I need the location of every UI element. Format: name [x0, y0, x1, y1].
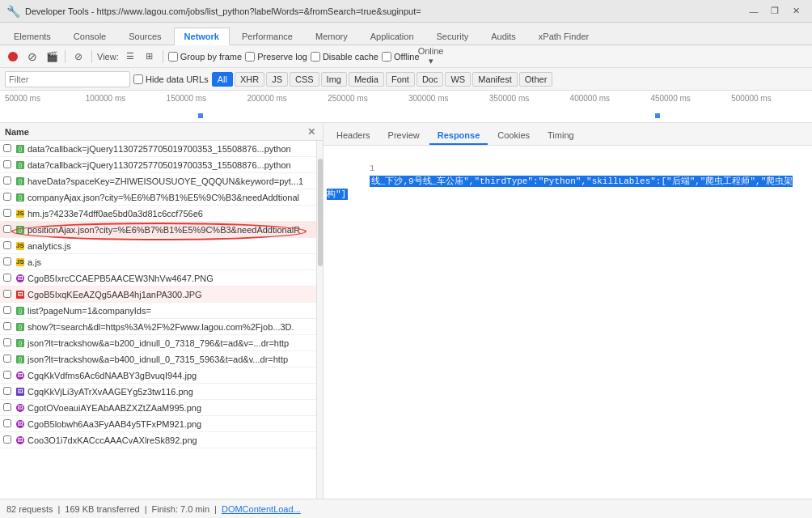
tab-cookies[interactable]: Cookies: [489, 127, 538, 145]
item-check[interactable]: [3, 419, 11, 427]
right-tabs: Headers Preview Response Cookies Timing: [324, 123, 812, 146]
scrollbar-track[interactable]: [316, 141, 323, 499]
list-item[interactable]: {} companyAjax.json?city=%E6%B7%B1%E5%9C…: [0, 189, 323, 206]
view-list-btn[interactable]: ☰: [122, 49, 138, 65]
list-item[interactable]: 🖼 CgotOVoeauiAYEAbAABZXZtZAaM995.png: [0, 400, 323, 416]
preserve-log-label[interactable]: Preserve log: [245, 52, 307, 62]
tab-timing[interactable]: Timing: [539, 127, 582, 145]
list-item-highlighted[interactable]: {} positionAjax.json?city=%E6%B7%B1%E5%9…: [0, 222, 323, 238]
offline-checkbox[interactable]: [382, 52, 391, 62]
preserve-log-checkbox[interactable]: [245, 52, 255, 62]
tab-headers[interactable]: Headers: [328, 127, 379, 145]
filter-img[interactable]: Img: [321, 72, 347, 87]
restore-button[interactable]: ❐: [765, 3, 785, 19]
list-item[interactable]: 🖼 CgoB5IxqKEeAZQg5AAB4hj1anPA300.JPG: [0, 287, 323, 303]
item-checkbox: [3, 274, 15, 283]
list-item[interactable]: 🖼 CgqKkVjLi3yATrXvAAGEYg5z3tw116.png: [0, 384, 323, 400]
online-dropdown[interactable]: Online ▾: [423, 49, 439, 65]
list-item[interactable]: {} list?pageNum=1&companyIds=: [0, 303, 323, 319]
group-by-frame-checkbox[interactable]: [168, 52, 178, 62]
view-group-btn[interactable]: ⊞: [142, 49, 158, 65]
filter-manifest[interactable]: Manifest: [472, 72, 518, 87]
tab-memory[interactable]: Memory: [305, 28, 358, 45]
timeline-label-3: 150000 ms: [167, 94, 247, 103]
item-check[interactable]: [3, 387, 11, 395]
item-check[interactable]: [3, 160, 11, 168]
tab-application[interactable]: Application: [360, 28, 425, 45]
item-check[interactable]: [3, 371, 11, 379]
item-check[interactable]: [3, 290, 11, 298]
record-button[interactable]: [5, 49, 21, 65]
separator-3: |: [214, 504, 217, 514]
list-item[interactable]: {} show?t=search&dl=https%3A%2F%2Fwww.la…: [0, 319, 323, 335]
tab-xpath[interactable]: xPath Finder: [528, 28, 599, 45]
filter-media[interactable]: Media: [349, 72, 384, 87]
item-check[interactable]: [3, 435, 11, 444]
dom-content-loaded[interactable]: DOMContentLoad...: [222, 504, 301, 514]
filter-bar: Hide data URLs All XHR JS CSS Img Media …: [0, 68, 812, 91]
item-check[interactable]: [3, 209, 11, 217]
list-item[interactable]: {} json?lt=trackshow&a=b200_idnull_0_731…: [0, 335, 323, 351]
list-item[interactable]: {} data?callback=jQuery11307257705019700…: [0, 157, 323, 173]
scrollbar-thumb[interactable]: [318, 159, 323, 266]
list-item[interactable]: JS hm.js?4233e74dff0ae5bd0a3d81c6ccf756e…: [0, 206, 323, 222]
filter-ws[interactable]: WS: [445, 72, 471, 87]
tab-console[interactable]: Console: [63, 28, 116, 45]
item-check[interactable]: [3, 241, 11, 249]
filter-doc[interactable]: Doc: [417, 72, 444, 87]
tab-sources[interactable]: Sources: [118, 28, 171, 45]
filter-font[interactable]: Font: [386, 72, 415, 87]
hide-data-urls-label[interactable]: Hide data URLs: [133, 74, 209, 84]
item-check[interactable]: [3, 306, 11, 314]
list-item[interactable]: 🖼 CgoB5IxrcCCAEPB5AACEW3NhVw4647.PNG: [0, 270, 323, 287]
item-check[interactable]: [3, 355, 11, 363]
item-check[interactable]: [3, 144, 11, 152]
list-item[interactable]: JS analytics.js: [0, 238, 323, 254]
minimize-button[interactable]: —: [744, 3, 763, 19]
close-pane-button[interactable]: ✕: [305, 125, 318, 138]
item-check[interactable]: [3, 322, 11, 330]
item-name: CgqKkVjLi3yATrXvAAGEYg5z3tw116.png: [27, 387, 319, 397]
separator: [65, 50, 66, 63]
filter-toggle[interactable]: ⊘: [70, 49, 87, 65]
tab-security[interactable]: Security: [426, 28, 480, 45]
item-icon-img: 🖼: [15, 273, 26, 284]
filter-js[interactable]: JS: [266, 72, 288, 87]
camera-button[interactable]: 🎬: [44, 49, 60, 65]
item-icon-json: {}: [15, 224, 26, 236]
item-check[interactable]: [3, 193, 11, 201]
list-item[interactable]: 🖼 CgqKkVdfms6Ac6dNAABY3gBvuqI944.jpg: [0, 367, 323, 384]
tab-preview[interactable]: Preview: [380, 127, 428, 145]
filter-css[interactable]: CSS: [290, 72, 319, 87]
list-item[interactable]: 🖼 CgoB5lobwh6Aa3FyAAB4y5TFxPM921.png: [0, 416, 323, 432]
list-item[interactable]: {} data?callback=jQuery11307257705019700…: [0, 141, 323, 157]
offline-label[interactable]: Offline: [382, 52, 420, 62]
hide-data-urls-checkbox[interactable]: [133, 74, 143, 84]
group-by-frame-label[interactable]: Group by frame: [168, 52, 242, 62]
clear-button[interactable]: ⊘: [24, 49, 40, 65]
timeline-label-4: 200000 ms: [247, 94, 328, 103]
filter-xhr[interactable]: XHR: [235, 72, 264, 87]
item-check[interactable]: [3, 274, 11, 282]
item-check[interactable]: [3, 257, 11, 265]
list-item[interactable]: {} haveData?spaceKey=ZHIWEISOUSUOYE_QQQU…: [0, 173, 323, 189]
item-check[interactable]: [3, 338, 11, 346]
list-item[interactable]: {} json?lt=trackshow&a=b400_idnull_0_731…: [0, 351, 323, 367]
tab-performance[interactable]: Performance: [231, 28, 303, 45]
filter-other[interactable]: Other: [519, 72, 553, 87]
disable-cache-checkbox[interactable]: [311, 52, 320, 62]
filter-all[interactable]: All: [212, 72, 233, 87]
item-check[interactable]: [3, 403, 11, 411]
list-item[interactable]: JS a.js: [0, 254, 323, 270]
tab-network[interactable]: Network: [174, 28, 230, 45]
disable-cache-label[interactable]: Disable cache: [311, 52, 379, 62]
tab-elements[interactable]: Elements: [3, 28, 61, 45]
filter-input[interactable]: [5, 71, 130, 87]
network-list-container: {} data?callback=jQuery11307257705019700…: [0, 141, 323, 499]
tab-audits[interactable]: Audits: [480, 28, 527, 45]
close-button[interactable]: ✕: [786, 3, 806, 19]
item-check[interactable]: [3, 225, 11, 233]
list-item[interactable]: 🖼 Coo3O1i7dxKACccAAACvAXlreSk892.png: [0, 432, 323, 448]
tab-response[interactable]: Response: [429, 127, 488, 145]
item-check[interactable]: [3, 176, 11, 185]
